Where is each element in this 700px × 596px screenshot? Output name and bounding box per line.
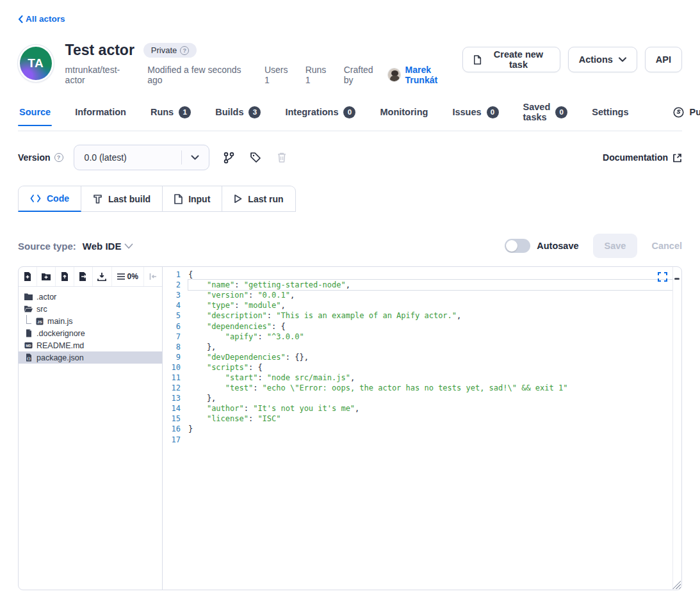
code-editor[interactable]: 1{2 "name": "getting-started-node",3 "ve…	[163, 267, 681, 590]
tab-source[interactable]: Source	[18, 107, 52, 125]
actor-detail-page: All actors TA Test actor Private ? mtrun…	[0, 14, 700, 596]
api-button[interactable]: API	[645, 47, 682, 72]
subtab-label: Last run	[248, 194, 283, 204]
breadcrumb[interactable]: All actors	[18, 14, 65, 24]
tab-label: Monitoring	[380, 107, 428, 117]
git-branch-button[interactable]	[222, 150, 236, 165]
source-type-row: Source type: Web IDE Autosave Save Cance…	[18, 234, 682, 258]
code-line[interactable]: 9 "devDependencies": {},	[163, 352, 672, 362]
autosave-toggle[interactable]	[505, 239, 530, 253]
code-text: "author": "It's not you it's me",	[188, 404, 359, 413]
delete-version-button[interactable]	[275, 150, 288, 165]
cancel-button[interactable]: Cancel	[651, 241, 682, 251]
line-number: 8	[163, 342, 188, 351]
subtab-last-run[interactable]: Last run	[222, 186, 295, 212]
collapse-panel-button[interactable]	[144, 267, 162, 286]
version-select-value: 0.0 (latest)	[74, 152, 181, 163]
tab-runs[interactable]: Runs1	[149, 106, 192, 127]
save-button[interactable]: Save	[593, 234, 638, 258]
code-line[interactable]: 8 },	[163, 342, 672, 352]
documentation-link[interactable]: Documentation	[603, 152, 682, 163]
json-file-icon: {}	[24, 354, 33, 362]
code-text: {	[188, 270, 193, 279]
subtab-code[interactable]: Code	[18, 186, 81, 212]
code-line[interactable]: 2 "name": "getting-started-node",	[163, 280, 672, 290]
tab-label: Settings	[592, 107, 628, 117]
code-line[interactable]: 13 },	[163, 393, 672, 403]
tab-information[interactable]: Information	[74, 107, 127, 125]
tree-item-dockerignore[interactable]: .dockerignore	[19, 327, 162, 339]
author-link[interactable]: Marek Trunkát	[405, 65, 463, 85]
code-scroll-area: 1{2 "name": "getting-started-node",3 "ve…	[163, 267, 672, 590]
code-line[interactable]: 11 "start": "node src/main.js",	[163, 373, 672, 383]
folder-closed-icon	[24, 293, 33, 301]
code-text: "start": "node src/main.js",	[188, 373, 355, 382]
code-line[interactable]: 4 "type": "module",	[163, 300, 672, 310]
tab-label: Runs	[151, 107, 174, 117]
tab-builds[interactable]: Builds3	[214, 106, 262, 127]
md-file-icon: MD	[24, 342, 33, 350]
tab-saved-tasks[interactable]: Saved tasks0	[522, 102, 569, 131]
chevron-down-icon[interactable]	[182, 155, 209, 160]
add-file-button[interactable]	[19, 267, 37, 286]
tab-label: Source	[19, 107, 51, 117]
tab-issues[interactable]: Issues0	[451, 106, 500, 127]
code-text-wrap: "test": "echo \"Error: oops, the actor h…	[188, 383, 672, 393]
version-select[interactable]: 0.0 (latest)	[74, 145, 209, 170]
tree-item-label: README.md	[37, 341, 84, 350]
vertical-scrollbar[interactable]	[672, 267, 681, 590]
code-text-wrap: "devDependencies": {},	[188, 352, 672, 362]
download-button[interactable]	[93, 267, 111, 286]
zoom-control[interactable]: 0%	[112, 267, 144, 286]
file-panel: 0% .actorsrcJSmain.js.dockerignoreMDREAD…	[19, 267, 163, 590]
file-toolbar: 0%	[19, 267, 162, 287]
page-title: Test actor	[65, 42, 134, 59]
create-new-task-button[interactable]: Create new task	[462, 47, 560, 72]
tree-item-label: main.js	[47, 317, 73, 326]
code-line[interactable]: 15 "license": "ISC"	[163, 414, 672, 424]
code-line[interactable]: 6 "dependencies": {	[163, 321, 672, 331]
code-line[interactable]: 10 "scripts": {	[163, 362, 672, 373]
add-folder-button[interactable]	[37, 267, 56, 286]
code-line[interactable]: 3 "version": "0.0.1",	[163, 290, 672, 300]
tab-settings[interactable]: Settings	[590, 107, 630, 125]
source-type-select[interactable]: Web IDE	[83, 241, 134, 252]
subtab-input[interactable]: Input	[163, 186, 222, 212]
code-text: "license": "ISC"	[188, 414, 281, 423]
tree-item-package-json[interactable]: {}package.json	[19, 351, 162, 364]
file-move-icon	[79, 272, 88, 281]
tag-button[interactable]	[248, 150, 263, 165]
tree-item-README-md[interactable]: MDREADME.md	[19, 339, 162, 351]
code-line[interactable]: 14 "author": "It's not you it's me",	[163, 403, 672, 414]
code-line[interactable]: 12 "test": "echo \"Error: oops, the acto…	[163, 383, 672, 393]
count-badge: 0	[555, 106, 567, 118]
tab-label: Saved tasks	[523, 102, 551, 122]
code-line[interactable]: 17	[163, 435, 672, 445]
tab-monitoring[interactable]: Monitoring	[378, 107, 429, 125]
upload-file-button[interactable]	[56, 267, 74, 286]
tree-item-actor[interactable]: .actor	[19, 291, 162, 303]
file-tree: .actorsrcJSmain.js.dockerignoreMDREADME.…	[19, 287, 162, 590]
code-line[interactable]: 16}	[163, 424, 672, 434]
help-icon[interactable]: ?	[180, 46, 189, 55]
code-text: },	[188, 342, 216, 351]
svg-text:MD: MD	[26, 344, 31, 348]
scrollbar-thumb[interactable]	[674, 278, 680, 280]
subtab-last-build[interactable]: Last build	[81, 186, 163, 212]
actions-menu-button[interactable]: Actions	[568, 47, 637, 72]
code-line[interactable]: 5 "description": "This is an example of …	[163, 310, 672, 321]
move-file-button[interactable]	[74, 267, 93, 286]
code-text: "test": "echo \"Error: oops, the actor h…	[188, 383, 567, 392]
tab-label: Integrations	[285, 107, 338, 117]
tree-item-src[interactable]: src	[19, 303, 162, 315]
actor-avatar: TA	[18, 45, 54, 82]
tab-publication[interactable]: Publication	[673, 107, 700, 126]
fullscreen-button[interactable]	[658, 272, 667, 284]
line-number: 12	[163, 383, 188, 392]
tree-item-main-js[interactable]: JSmain.js	[19, 315, 162, 327]
tab-integrations[interactable]: Integrations0	[284, 106, 357, 127]
version-help-icon[interactable]: ?	[54, 153, 63, 162]
editor-subtabs: CodeLast buildInputLast run	[18, 186, 682, 212]
code-line[interactable]: 7 "apify": "^3.0.0"	[163, 332, 672, 342]
code-line[interactable]: 1{	[163, 270, 672, 280]
